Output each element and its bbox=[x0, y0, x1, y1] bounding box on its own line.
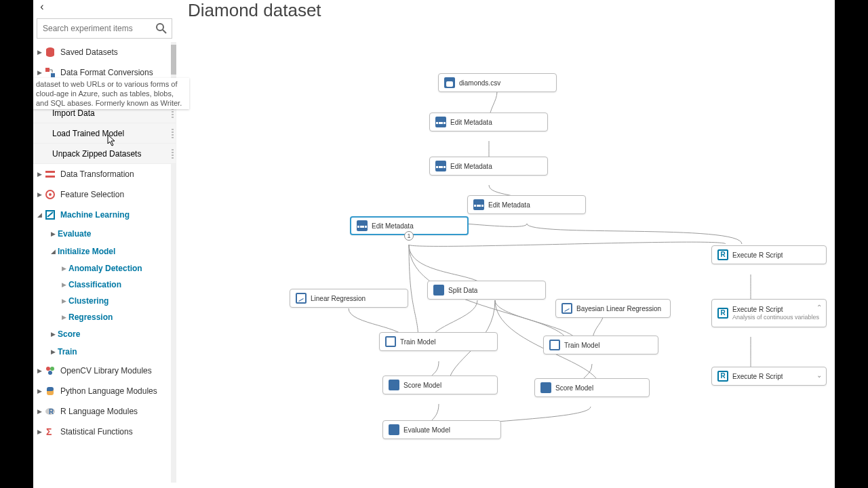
node-label: Score Model bbox=[555, 384, 593, 392]
cat-saved-datasets[interactable]: ▶ Saved Datasets bbox=[33, 42, 176, 62]
ml-regression[interactable]: ▶Regression bbox=[33, 309, 176, 325]
node-execute-r-script-2[interactable]: R Execute R Script Analysis of continuou… bbox=[711, 299, 827, 327]
expand-icon: ▶ bbox=[37, 191, 44, 198]
collapse-icon: ◢ bbox=[37, 211, 44, 218]
cat-label: Feature Selection bbox=[60, 190, 124, 199]
expand-icon: ▶ bbox=[37, 69, 44, 76]
ml-classification[interactable]: ▶Classification bbox=[33, 277, 176, 293]
cat-label: Statistical Functions bbox=[60, 427, 133, 436]
cat-label: Machine Learning bbox=[60, 210, 130, 220]
expand-icon: ▶ bbox=[51, 230, 58, 237]
svg-rect-7 bbox=[45, 171, 55, 173]
node-train-model-1[interactable]: Train Model bbox=[379, 332, 498, 351]
node-score-model-2[interactable]: Score Model bbox=[534, 378, 650, 397]
node-label: Execute R Script bbox=[732, 373, 783, 380]
feature-icon bbox=[44, 188, 56, 201]
cat-label: Python Language Modules bbox=[60, 386, 157, 396]
svg-point-14 bbox=[50, 367, 54, 371]
node-label: Linear Regression bbox=[311, 295, 366, 302]
module-load-trained-model[interactable]: Load Trained Model bbox=[33, 123, 176, 144]
ml-evaluate[interactable]: ▶Evaluate bbox=[33, 225, 176, 243]
node-execute-r-script-1[interactable]: R Execute R Script bbox=[711, 245, 827, 264]
chevron-up-icon[interactable]: ⌃ bbox=[816, 304, 822, 311]
cat-opencv[interactable]: ▶ OpenCV Library Modules bbox=[33, 361, 176, 381]
node-dataset-csv[interactable]: diamonds.csv bbox=[438, 73, 557, 92]
module-unpack-zipped-datasets[interactable]: Unpack Zipped Datasets bbox=[33, 144, 176, 164]
experiment-title: Diamond dataset bbox=[188, 0, 321, 21]
svg-line-12 bbox=[47, 212, 53, 217]
node-label: Split Data bbox=[448, 287, 477, 294]
transform-icon bbox=[44, 168, 56, 180]
expand-icon: ▶ bbox=[37, 408, 44, 415]
sub-label: Anomaly Detection bbox=[68, 264, 142, 273]
node-score-model-1[interactable]: Score Model bbox=[382, 375, 498, 394]
cat-data-transformation[interactable]: ▶ Data Transformation bbox=[33, 164, 176, 184]
node-label: Edit Metadata bbox=[450, 163, 492, 170]
edit-metadata-icon bbox=[473, 199, 484, 210]
drag-handle-icon bbox=[172, 108, 174, 118]
collapse-icon: ◢ bbox=[51, 248, 58, 255]
svg-text:R: R bbox=[49, 408, 54, 415]
drag-handle-icon bbox=[172, 129, 174, 138]
ml-train[interactable]: ▶Train bbox=[33, 343, 176, 361]
expand-icon: ▶ bbox=[62, 298, 68, 304]
cat-label: Saved Datasets bbox=[60, 47, 118, 57]
cat-label: OpenCV Library Modules bbox=[60, 366, 152, 375]
sigma-icon: Σ bbox=[44, 426, 56, 438]
svg-line-1 bbox=[163, 30, 166, 33]
svg-point-13 bbox=[46, 367, 50, 371]
expand-icon: ▶ bbox=[37, 388, 44, 394]
svg-rect-5 bbox=[45, 68, 50, 72]
node-label: Train Model bbox=[400, 338, 435, 346]
ml-score[interactable]: ▶Score bbox=[33, 325, 176, 343]
node-label: Edit Metadata bbox=[450, 119, 492, 126]
cat-feature-selection[interactable]: ▶ Feature Selection bbox=[33, 184, 176, 205]
node-edit-metadata-3[interactable]: Edit Metadata bbox=[467, 195, 586, 214]
ml-anomaly-detection[interactable]: ▶Anomaly Detection bbox=[33, 260, 176, 277]
bayesian-lr-icon bbox=[561, 303, 572, 314]
cat-label: Data Format Conversions bbox=[60, 68, 153, 77]
node-train-model-2[interactable]: Train Model bbox=[543, 336, 658, 354]
expand-icon: ▶ bbox=[37, 367, 44, 374]
ml-initialize-model[interactable]: ◢Initialize Model bbox=[33, 243, 176, 260]
python-icon bbox=[44, 385, 56, 397]
edit-metadata-icon bbox=[435, 161, 446, 171]
node-split-data[interactable]: Split Data bbox=[427, 281, 546, 300]
module-label: Unpack Zipped Datasets bbox=[52, 149, 141, 159]
node-label: Train Model bbox=[564, 342, 599, 349]
node-bayesian-linear-regression[interactable]: Bayesian Linear Regression bbox=[555, 299, 671, 318]
expand-icon: ▶ bbox=[62, 265, 68, 272]
node-evaluate-model[interactable]: Evaluate Model bbox=[382, 420, 501, 439]
svg-rect-8 bbox=[45, 176, 55, 178]
edit-metadata-icon bbox=[357, 220, 368, 231]
ml-clustering[interactable]: ▶Clustering bbox=[33, 293, 176, 309]
cat-label: R Language Modules bbox=[60, 407, 138, 416]
node-edit-metadata-2[interactable]: Edit Metadata bbox=[429, 157, 548, 176]
sub-label: Regression bbox=[68, 312, 113, 322]
node-execute-r-script-3[interactable]: R Execute R Script ⌄ bbox=[711, 367, 827, 386]
node-label: Score Model bbox=[403, 382, 441, 389]
chevron-down-icon[interactable]: ⌄ bbox=[816, 371, 822, 379]
experiment-canvas[interactable]: diamonds.csv Edit Metadata Edit Metadata… bbox=[177, 20, 835, 488]
node-label: Execute R Script bbox=[732, 251, 783, 259]
node-linear-regression[interactable]: Linear Regression bbox=[290, 289, 408, 308]
evaluate-model-icon bbox=[389, 424, 399, 435]
cat-python[interactable]: ▶ Python Language Modules bbox=[33, 381, 176, 401]
cat-machine-learning[interactable]: ◢ Machine Learning bbox=[33, 205, 176, 225]
expand-icon: ▶ bbox=[51, 348, 58, 355]
sub-label: Classification bbox=[68, 280, 121, 289]
cat-r[interactable]: ▶ R R Language Modules bbox=[33, 401, 176, 422]
node-label: Edit Metadata bbox=[372, 222, 414, 230]
search-icon[interactable] bbox=[155, 22, 168, 35]
expand-icon: ▶ bbox=[37, 49, 44, 56]
back-button[interactable]: ‹ bbox=[35, 0, 49, 14]
linear-regression-icon bbox=[296, 293, 307, 304]
r-icon: R bbox=[44, 405, 56, 418]
search-input[interactable] bbox=[37, 19, 153, 38]
module-tooltip: dataset to web URLs or to various forms … bbox=[33, 78, 189, 109]
svg-text:Σ: Σ bbox=[46, 426, 52, 437]
cat-statistical[interactable]: ▶ Σ Statistical Functions bbox=[33, 422, 176, 442]
port-badge[interactable]: 1 bbox=[404, 231, 414, 241]
r-script-icon: R bbox=[717, 249, 728, 260]
node-edit-metadata-1[interactable]: Edit Metadata bbox=[429, 113, 548, 131]
